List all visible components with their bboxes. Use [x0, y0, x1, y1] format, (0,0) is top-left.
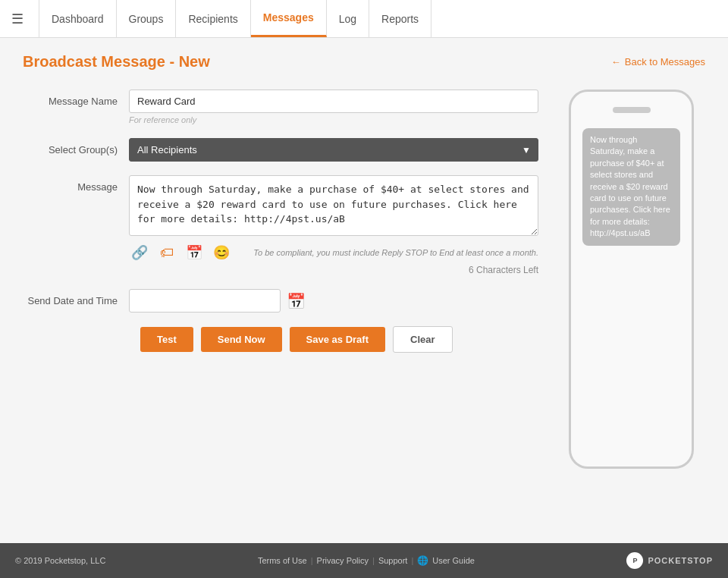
logo-circle-icon: P	[626, 552, 643, 569]
calendar-icon[interactable]: 📅	[287, 292, 306, 310]
footer-link-user-guide[interactable]: User Guide	[432, 556, 475, 565]
footer-link-privacy-policy[interactable]: Privacy Policy	[317, 556, 369, 565]
sidebar-item-reports[interactable]: Reports	[369, 0, 431, 37]
footer-link-terms-of-use[interactable]: Terms of Use	[258, 556, 307, 565]
message-name-input[interactable]	[129, 90, 538, 113]
select-group-dropdown[interactable]: All Recipients	[129, 138, 538, 162]
chars-left: 6 Characters Left	[129, 265, 538, 275]
message-label: Message	[23, 175, 129, 193]
message-textarea[interactable]: Now through Saturday, make a purchase of…	[129, 175, 538, 236]
message-name-row: Message Name For reference only	[23, 90, 538, 124]
sidebar-item-recipients[interactable]: Recipients	[176, 0, 250, 37]
message-row: Message Now through Saturday, make a pur…	[23, 175, 538, 275]
phone-frame: Now through Saturday, make a purchase of…	[569, 90, 694, 469]
phone-speaker	[613, 107, 651, 113]
calendar-toolbar-icon[interactable]: 📅	[184, 242, 205, 263]
clear-button[interactable]: Clear	[393, 326, 453, 353]
footer-separator: |	[372, 556, 375, 565]
footer-separator: |	[311, 556, 313, 565]
footer-separator: |	[411, 556, 413, 565]
footer: © 2019 Pocketstop, LLC Terms of Use|Priv…	[0, 543, 728, 578]
form-area: Message Name For reference only Select G…	[23, 90, 705, 469]
back-arrow-icon: ←	[611, 56, 621, 68]
back-to-messages-link[interactable]: ← Back to Messages	[611, 56, 705, 68]
send-date-wrap: 📅	[129, 289, 538, 313]
message-wrap: Now through Saturday, make a purchase of…	[129, 175, 538, 275]
message-name-label: Message Name	[23, 90, 129, 107]
sidebar-item-messages[interactable]: Messages	[251, 0, 327, 37]
nav-links: DashboardGroupsRecipientsMessagesLogRepo…	[39, 0, 431, 37]
message-name-wrap: For reference only	[129, 90, 538, 124]
select-group-row: Select Group(s) All Recipients ▼	[23, 138, 538, 162]
sidebar-item-dashboard[interactable]: Dashboard	[39, 0, 117, 37]
footer-link-support[interactable]: Support	[378, 556, 408, 565]
page-header: Broadcast Message - New ← Back to Messag…	[23, 53, 705, 71]
send-now-button[interactable]: Send Now	[201, 327, 282, 352]
action-row: Test Send Now Save as Draft Clear	[23, 326, 538, 353]
date-row: 📅	[129, 289, 538, 313]
message-toolbar: 🔗 🏷 📅 😊 To be compliant, you must includ…	[129, 242, 538, 263]
link-icon[interactable]: 🔗	[129, 242, 150, 263]
logo-text: POCKETSTOP	[648, 556, 713, 565]
phone-message-bubble: Now through Saturday, make a purchase of…	[582, 128, 680, 246]
send-date-row: Send Date and Time 📅	[23, 289, 538, 313]
hamburger-icon[interactable]: ☰	[11, 11, 24, 27]
top-nav: ☰ DashboardGroupsRecipientsMessagesLogRe…	[0, 0, 728, 38]
emoji-icon[interactable]: 😊	[211, 242, 232, 263]
footer-links: Terms of Use|Privacy Policy|Support|🌐Use…	[258, 555, 475, 566]
compliance-text: To be compliant, you must include Reply …	[253, 248, 538, 257]
sidebar-item-groups[interactable]: Groups	[117, 0, 177, 37]
page-title: Broadcast Message - New	[23, 53, 210, 71]
select-group-label: Select Group(s)	[23, 138, 129, 155]
footer-copyright: © 2019 Pocketstop, LLC	[15, 556, 105, 565]
send-date-label: Send Date and Time	[23, 289, 129, 306]
back-link-label: Back to Messages	[625, 56, 705, 68]
footer-logo: P POCKETSTOP	[626, 552, 713, 569]
main-content: Broadcast Message - New ← Back to Messag…	[0, 38, 728, 543]
sidebar-item-log[interactable]: Log	[327, 0, 369, 37]
phone-preview: Now through Saturday, make a purchase of…	[569, 90, 694, 469]
save-draft-button[interactable]: Save as Draft	[290, 327, 385, 352]
tag-icon[interactable]: 🏷	[156, 242, 177, 263]
test-button[interactable]: Test	[140, 327, 193, 352]
form-left: Message Name For reference only Select G…	[23, 90, 538, 469]
message-name-hint: For reference only	[129, 115, 538, 124]
select-group-select-wrap: All Recipients ▼	[129, 138, 538, 162]
select-group-wrap: All Recipients ▼	[129, 138, 538, 162]
user-guide-icon: 🌐	[417, 555, 428, 566]
send-date-input[interactable]	[129, 289, 281, 313]
